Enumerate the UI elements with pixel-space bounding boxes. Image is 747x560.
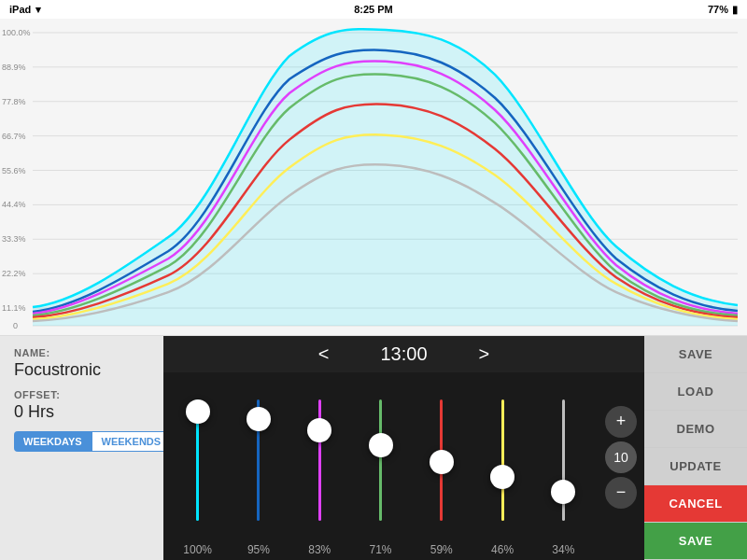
right-panel: SAVE LOAD DEMO UPDATE CANCEL SAVE: [644, 336, 747, 560]
time-header: < 13:00 >: [163, 336, 644, 372]
save-big-button[interactable]: SAVE: [644, 523, 747, 560]
wifi-icon: ▾: [35, 4, 41, 16]
svg-text:77.8%: 77.8%: [2, 97, 25, 106]
load-button[interactable]: LOAD: [644, 373, 747, 411]
slider-track-1[interactable]: [257, 399, 260, 521]
slider-label-0: 100%: [183, 538, 212, 560]
status-time: 8:25 PM: [354, 4, 393, 15]
slider-col-0: 100%: [168, 382, 227, 560]
svg-text:22.2%: 22.2%: [2, 269, 25, 278]
controls-col: + 10 −: [598, 372, 644, 560]
demo-button[interactable]: DEMO: [644, 411, 747, 448]
slider-track-5[interactable]: [501, 399, 504, 521]
slider-col-3: 71%: [351, 382, 410, 560]
slider-thumb-1[interactable]: [247, 407, 271, 431]
number-display: 10: [605, 441, 637, 473]
device-label: iPad: [9, 4, 31, 15]
chart-area: 100.0% 88.9% 77.8% 66.7% 55.6% 44.4% 33.…: [0, 19, 747, 336]
slider-col-4: 59%: [412, 382, 471, 560]
slider-track-6[interactable]: [562, 399, 565, 521]
increment-button[interactable]: +: [605, 406, 637, 438]
weekdays-button[interactable]: WEEKDAYS: [14, 431, 92, 452]
status-left: iPad ▾: [9, 4, 41, 16]
day-toggle-group: WEEKDAYS WEEKENDS: [14, 431, 171, 452]
slider-label-3: 71%: [369, 538, 391, 560]
weekends-button[interactable]: WEEKENDS: [92, 431, 172, 452]
slider-track-container-4[interactable]: [412, 382, 471, 538]
slider-thumb-6[interactable]: [551, 480, 575, 504]
decrement-button[interactable]: −: [605, 477, 637, 509]
sliders-area: 100% 95% 83% 71%: [163, 372, 598, 560]
offset-label: OFFSET:: [14, 389, 149, 400]
slider-track-container-5[interactable]: [472, 382, 531, 538]
slider-label-6: 34%: [552, 538, 574, 560]
chart-svg: 100.0% 88.9% 77.8% 66.7% 55.6% 44.4% 33.…: [0, 19, 747, 335]
svg-text:44.4%: 44.4%: [2, 200, 25, 209]
slider-track-container-3[interactable]: [351, 382, 410, 538]
battery-icon: ▮: [732, 4, 738, 16]
slider-track-0[interactable]: [196, 399, 199, 521]
bottom-panel: NAME: Focustronic OFFSET: 0 Hrs WEEKDAYS…: [0, 336, 747, 560]
slider-track-container-2[interactable]: [290, 382, 349, 538]
offset-value: 0 Hrs: [14, 402, 149, 422]
slider-thumb-0[interactable]: [186, 399, 210, 424]
slider-thumb-4[interactable]: [430, 450, 454, 474]
center-panel: < 13:00 > 100% 95%: [163, 336, 644, 560]
slider-track-container-6[interactable]: [534, 382, 593, 538]
slider-track-2[interactable]: [318, 399, 321, 521]
update-button[interactable]: UPDATE: [644, 448, 747, 485]
slider-thumb-3[interactable]: [369, 433, 393, 457]
slider-thumb-2[interactable]: [307, 418, 331, 442]
slider-label-2: 83%: [308, 538, 331, 560]
slider-label-4: 59%: [430, 538, 453, 560]
time-next-button[interactable]: >: [470, 343, 500, 365]
slider-col-5: 46%: [472, 382, 531, 560]
svg-text:100.0%: 100.0%: [2, 28, 30, 37]
save-small-button[interactable]: SAVE: [644, 336, 747, 373]
svg-text:88.9%: 88.9%: [2, 63, 25, 72]
svg-text:11.1%: 11.1%: [2, 303, 25, 313]
svg-text:66.7%: 66.7%: [2, 132, 25, 141]
slider-col-2: 83%: [290, 382, 349, 560]
slider-label-1: 95%: [247, 538, 270, 560]
cancel-button[interactable]: CANCEL: [644, 485, 747, 523]
left-sidebar: NAME: Focustronic OFFSET: 0 Hrs WEEKDAYS…: [0, 336, 163, 560]
slider-thumb-5[interactable]: [490, 465, 514, 489]
name-label: NAME:: [14, 347, 149, 358]
time-prev-button[interactable]: <: [309, 343, 339, 365]
battery-label: 77%: [708, 4, 728, 15]
time-display: 13:00: [367, 343, 442, 365]
status-bar: iPad ▾ 8:25 PM 77% ▮: [0, 0, 747, 19]
slider-col-6: 34%: [534, 382, 593, 560]
slider-label-5: 46%: [491, 538, 514, 560]
name-value: Focustronic: [14, 360, 149, 380]
slider-track-container-0[interactable]: [168, 382, 227, 538]
slider-col-1: 95%: [229, 382, 288, 560]
slider-track-3[interactable]: [379, 399, 382, 521]
slider-track-container-1[interactable]: [229, 382, 288, 538]
status-right: 77% ▮: [708, 4, 738, 16]
svg-text:0: 0: [13, 321, 18, 330]
svg-text:33.3%: 33.3%: [2, 234, 25, 244]
slider-track-4[interactable]: [440, 399, 443, 521]
svg-text:55.6%: 55.6%: [2, 166, 25, 175]
